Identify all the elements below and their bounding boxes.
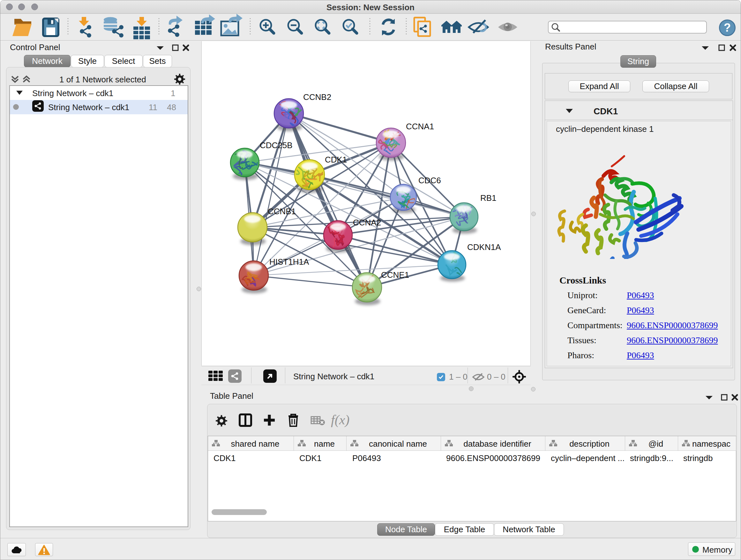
- svg-text:CCNA1: CCNA1: [406, 122, 434, 131]
- svg-text:HIST1H1A: HIST1H1A: [269, 257, 309, 266]
- svg-text:CCNB2: CCNB2: [303, 92, 331, 102]
- svg-text:RB1: RB1: [480, 193, 496, 203]
- svg-text:CCNA2: CCNA2: [353, 218, 381, 227]
- svg-text:CDC6: CDC6: [418, 176, 441, 185]
- svg-text:CCNB1: CCNB1: [268, 206, 296, 216]
- svg-text:CDC25B: CDC25B: [260, 140, 293, 150]
- svg-text:CCNE1: CCNE1: [381, 270, 409, 280]
- svg-text:CDK1: CDK1: [325, 155, 347, 165]
- svg-text:CDKN1A: CDKN1A: [467, 242, 501, 252]
